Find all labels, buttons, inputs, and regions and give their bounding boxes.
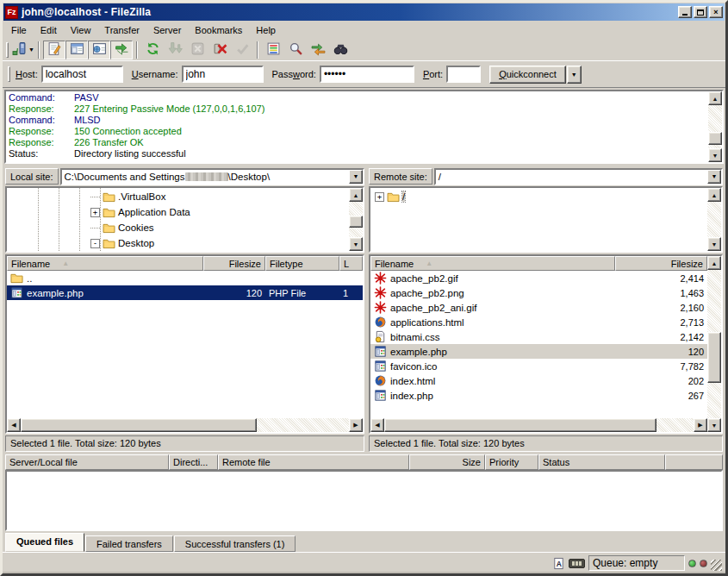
file-row-index-html[interactable]: index.html202 <box>370 373 707 388</box>
scroll-down-icon[interactable]: ▼ <box>708 148 722 162</box>
sort-ascending-icon: ▲ <box>62 260 69 267</box>
toolbar-gripper[interactable] <box>6 42 9 58</box>
scroll-up-icon[interactable]: ▲ <box>707 256 721 270</box>
file-name-label: example.php <box>390 347 447 357</box>
menu-item-server[interactable]: Server <box>146 22 188 38</box>
directory-listing-filters-button[interactable] <box>262 41 284 59</box>
toggle-transfer-queue-button[interactable] <box>110 41 133 59</box>
transfer-type-ascii-icon: A <box>552 557 565 570</box>
title-bar[interactable]: Fz john@localhost - FileZilla × <box>3 3 725 21</box>
queue-column-remote-file[interactable]: Remote file <box>218 454 409 470</box>
scroll-up-icon[interactable]: ▲ <box>707 188 721 202</box>
file-row-example-php[interactable]: example.php120PHP File1 <box>7 285 363 300</box>
menu-item-bookmarks[interactable]: Bookmarks <box>188 22 249 38</box>
tab-queued-files[interactable]: Queued files <box>5 533 84 552</box>
remote-list-scrollbar[interactable]: ▲ ▼ <box>707 256 721 432</box>
log-line-type: Response: <box>9 126 74 137</box>
cancel-operation-button <box>186 41 208 59</box>
column-header-filename[interactable]: Filename▲ <box>370 256 615 271</box>
host-input[interactable] <box>41 66 123 83</box>
local-tree-scrollbar[interactable]: ▲ ▼ <box>349 188 363 251</box>
username-input[interactable] <box>182 66 264 83</box>
disconnect-button[interactable] <box>208 41 231 59</box>
scroll-down-icon[interactable]: ▼ <box>349 237 363 251</box>
maximize-button[interactable] <box>694 6 707 18</box>
column-header-filesize[interactable]: Filesize <box>615 256 707 271</box>
tree-item-label: Cookies <box>118 222 154 233</box>
synchronized-browsing-button[interactable] <box>307 41 329 59</box>
file-row-bitnami-css[interactable]: bitnami.css2,142 <box>370 329 707 344</box>
minimize-button[interactable] <box>678 6 692 18</box>
file-row--[interactable]: .. <box>7 271 363 285</box>
menu-item-view[interactable]: View <box>64 22 98 38</box>
file-search-button[interactable] <box>284 41 307 59</box>
toggle-local-tree-button[interactable] <box>65 41 88 59</box>
port-input[interactable] <box>446 66 481 83</box>
close-button[interactable]: × <box>709 6 723 18</box>
column-header-filename[interactable]: Filename▲ <box>7 256 203 271</box>
scroll-left-icon[interactable]: ◀ <box>7 418 21 432</box>
queue-column-server-local-file[interactable]: Server/Local file <box>5 454 169 470</box>
refresh-button[interactable] <box>141 41 164 59</box>
tree-collapse-minus-icon[interactable]: - <box>90 239 100 248</box>
file-row-index-php[interactable]: index.php267 <box>370 388 707 403</box>
message-log-scrollbar[interactable]: ▲ ▼ <box>708 91 722 162</box>
file-row-applications-html[interactable]: applications.html2,713 <box>370 315 707 329</box>
quickconnect-dropdown-button[interactable]: ▼ <box>567 66 582 84</box>
remote-tree-scrollbar[interactable]: ▲ ▼ <box>707 188 721 251</box>
scroll-right-icon[interactable]: ▶ <box>694 418 707 432</box>
remote-hscrollbar[interactable]: ◀ ▶ <box>370 418 707 432</box>
remote-site-dropdown-icon[interactable]: ▼ <box>707 170 721 184</box>
quickconnect-button[interactable]: Quickconnect <box>489 66 566 84</box>
toolbar-dropdown-arrow-icon[interactable]: ▼ <box>28 47 34 53</box>
file-row-apache-pb2-png[interactable]: apache_pb2.png1,463 <box>370 285 707 300</box>
tree-expand-plus-icon[interactable]: + <box>375 192 384 202</box>
tab-failed-transfers[interactable]: Failed transfers <box>85 535 173 552</box>
file-cell-type <box>265 271 339 285</box>
menu-item-edit[interactable]: Edit <box>34 22 64 38</box>
directory-comparison-button[interactable] <box>329 41 352 59</box>
menu-item-transfer[interactable]: Transfer <box>97 22 146 38</box>
column-header-filesize[interactable]: Filesize <box>203 256 265 271</box>
column-header-l[interactable]: L <box>339 256 363 271</box>
log-line: Response:150 Connection accepted <box>9 126 708 137</box>
tab-successful-transfers-1-[interactable]: Successful transfers (1) <box>174 535 296 552</box>
toggle-remote-tree-button[interactable] <box>88 41 110 59</box>
remote-site-combo[interactable]: / ▼ <box>434 168 723 185</box>
tree-item-desktop[interactable]: -Desktop <box>7 235 349 251</box>
tree-item-application-data[interactable]: +Application Data <box>7 204 349 220</box>
toggle-message-log-button[interactable] <box>43 41 65 59</box>
tree-item--[interactable]: +/ <box>370 189 707 204</box>
scroll-right-icon[interactable]: ▶ <box>349 418 363 432</box>
scroll-left-icon[interactable]: ◀ <box>370 418 384 432</box>
scroll-up-icon[interactable]: ▲ <box>708 91 722 105</box>
file-row-favicon-ico[interactable]: favicon.ico7,782 <box>370 359 707 373</box>
tree-item-cookies[interactable]: Cookies <box>7 220 349 235</box>
scroll-down-icon[interactable]: ▼ <box>707 418 721 432</box>
column-header-filetype[interactable]: Filetype <box>265 256 339 271</box>
quickconnect-gripper[interactable] <box>8 66 10 82</box>
menu-item-help[interactable]: Help <box>249 22 283 38</box>
local-directory-tree: .VirtualBox+Application DataCookies-Desk… <box>7 188 349 251</box>
queue-column-priority[interactable]: Priority <box>485 454 538 470</box>
transfer-queue-header: Server/Local fileDirecti...Remote fileSi… <box>5 454 723 470</box>
scroll-down-icon[interactable]: ▼ <box>707 237 721 251</box>
local-site-combo[interactable]: C:\Documents and Settings\Desktop\ ▼ <box>60 168 364 185</box>
column-header-label: Filename <box>375 259 414 269</box>
password-input[interactable] <box>320 66 414 83</box>
file-row-example-php[interactable]: example.php120 <box>370 344 707 359</box>
file-row-apache-pb2-ani-gif[interactable]: apache_pb2_ani.gif2,160 <box>370 300 707 315</box>
local-hscrollbar[interactable]: ◀ ▶ <box>7 418 363 432</box>
file-row-apache-pb2-gif[interactable]: apache_pb2.gif2,414 <box>370 271 707 285</box>
resize-grip[interactable] <box>711 560 722 571</box>
site-manager-button[interactable]: ▼ <box>12 41 34 59</box>
tree-item--virtualbox[interactable]: .VirtualBox <box>7 189 349 204</box>
queue-column-status[interactable]: Status <box>538 454 665 470</box>
queue-column-size[interactable]: Size <box>409 454 485 470</box>
file-cell-size: 7,782 <box>615 359 707 373</box>
tree-expand-plus-icon[interactable]: + <box>90 208 100 217</box>
queue-column-directi-[interactable]: Directi... <box>169 454 218 470</box>
menu-item-file[interactable]: File <box>4 22 34 38</box>
local-site-dropdown-icon[interactable]: ▼ <box>349 170 363 184</box>
scroll-up-icon[interactable]: ▲ <box>349 188 363 202</box>
